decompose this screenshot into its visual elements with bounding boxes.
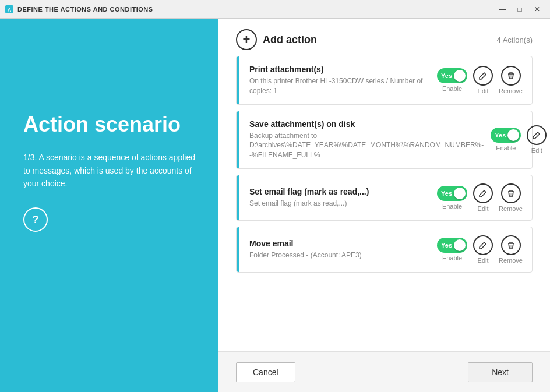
toggle-container-2: Yes Enable <box>491 128 521 151</box>
action-title-2: Save attachment(s) on disk <box>249 119 484 129</box>
window-title: DEFINE THE ACTIONS AND CONDITIONS <box>17 6 494 13</box>
help-button[interactable]: ? <box>23 207 48 232</box>
action-controls-3: Yes Enable Edit <box>437 183 523 212</box>
edit-button-3[interactable] <box>473 183 493 203</box>
toggle-container-1: Yes Enable <box>437 68 467 92</box>
panel-description: 1/3. A scenario is a sequence of actions… <box>23 151 195 190</box>
action-controls-4: Yes Enable Edit <box>437 235 523 264</box>
toggle-knob-3 <box>454 188 466 199</box>
toggle-container-4: Yes Enable <box>437 238 467 262</box>
remove-button-3[interactable] <box>501 183 521 203</box>
action-info-2: Save attachment(s) on disk Backup attach… <box>246 119 484 160</box>
actions-count: 4 Action(s) <box>497 36 533 44</box>
svg-text:A: A <box>8 7 12 13</box>
enable-label-1: Enable <box>442 85 462 92</box>
remove-label-1: Remove <box>499 87 523 94</box>
action-card-3: Set email flag (mark as read,...) Set em… <box>236 175 533 221</box>
maximize-button[interactable]: □ <box>512 3 528 16</box>
edit-button-2[interactable] <box>527 125 547 145</box>
close-button[interactable]: ✕ <box>529 3 545 16</box>
toggle-yes-label-3: Yes <box>441 190 452 197</box>
footer: Cancel Next <box>218 351 550 392</box>
add-action-button[interactable]: + Add action <box>236 29 317 50</box>
add-action-icon: + <box>236 29 257 50</box>
edit-container-2: Edit <box>527 125 547 154</box>
toggle-knob-4 <box>454 239 466 251</box>
edit-button-4[interactable] <box>473 235 493 255</box>
edit-label-3: Edit <box>478 205 489 212</box>
action-info-3: Set email flag (mark as read,...) Set em… <box>246 187 430 209</box>
remove-button-4[interactable] <box>501 235 521 255</box>
action-controls-1: Yes Enable Edit <box>437 66 523 94</box>
action-subtitle-1: On this printer Brother HL-3150CDW serie… <box>249 76 430 96</box>
main-content: Action scenario 1/3. A scenario is a seq… <box>0 19 550 392</box>
remove-button-1[interactable] <box>501 66 521 86</box>
toggle-yes-label-4: Yes <box>441 242 452 249</box>
action-info-4: Move email Folder Processed - (Account: … <box>246 239 430 260</box>
right-header: + Add action 4 Action(s) <box>218 19 550 56</box>
add-action-label: Add action <box>263 34 317 46</box>
title-bar: A DEFINE THE ACTIONS AND CONDITIONS — □ … <box>0 0 550 19</box>
action-title-4: Move email <box>249 239 430 248</box>
enable-toggle-1[interactable]: Yes <box>437 68 467 83</box>
cancel-button[interactable]: Cancel <box>236 362 295 382</box>
edit-container-4: Edit <box>473 235 493 264</box>
action-info-1: Print attachment(s) On this printer Brot… <box>246 65 430 96</box>
toggle-knob-1 <box>454 70 466 82</box>
action-subtitle-3: Set email flag (mark as read,...) <box>249 199 430 209</box>
remove-label-4: Remove <box>499 257 523 264</box>
remove-container-4: Remove <box>499 235 523 264</box>
left-panel: Action scenario 1/3. A scenario is a seq… <box>0 19 218 392</box>
toggle-yes-label-1: Yes <box>441 72 452 79</box>
action-title-3: Set email flag (mark as read,...) <box>249 187 430 196</box>
edit-button-1[interactable] <box>473 66 493 86</box>
edit-label-2: Edit <box>531 147 542 154</box>
toggle-yes-label-2: Yes <box>495 132 506 139</box>
toggle-knob-2 <box>507 129 519 141</box>
enable-toggle-3[interactable]: Yes <box>437 186 467 201</box>
enable-toggle-2[interactable]: Yes <box>491 128 521 143</box>
enable-label-2: Enable <box>496 144 516 151</box>
action-subtitle-4: Folder Processed - (Account: APE3) <box>249 250 430 260</box>
remove-container-3: Remove <box>499 183 523 212</box>
edit-label-1: Edit <box>478 87 489 94</box>
edit-label-4: Edit <box>478 257 489 264</box>
app-icon: A <box>5 5 14 14</box>
action-controls-2: Yes Enable Edit <box>491 125 550 154</box>
remove-container-1: Remove <box>499 66 523 94</box>
panel-title: Action scenario <box>23 112 195 137</box>
action-card-2: Save attachment(s) on disk Backup attach… <box>236 111 533 169</box>
edit-container-3: Edit <box>473 183 493 212</box>
action-card-1: Print attachment(s) On this printer Brot… <box>236 56 533 105</box>
action-card-4: Move email Folder Processed - (Account: … <box>236 227 533 273</box>
remove-label-3: Remove <box>499 205 523 212</box>
edit-container-1: Edit <box>473 66 493 94</box>
next-button[interactable]: Next <box>468 362 533 382</box>
action-title-1: Print attachment(s) <box>249 65 430 74</box>
window-controls: — □ ✕ <box>494 3 545 16</box>
right-panel: + Add action 4 Action(s) Print attachmen… <box>218 19 550 392</box>
actions-list: Print attachment(s) On this printer Brot… <box>218 56 550 351</box>
action-subtitle-2: Backup attachment to D:\archives\%DATE_Y… <box>249 131 484 160</box>
toggle-container-3: Yes Enable <box>437 186 467 210</box>
enable-toggle-4[interactable]: Yes <box>437 238 467 253</box>
enable-label-4: Enable <box>442 255 462 262</box>
minimize-button[interactable]: — <box>494 3 510 16</box>
enable-label-3: Enable <box>442 203 462 210</box>
